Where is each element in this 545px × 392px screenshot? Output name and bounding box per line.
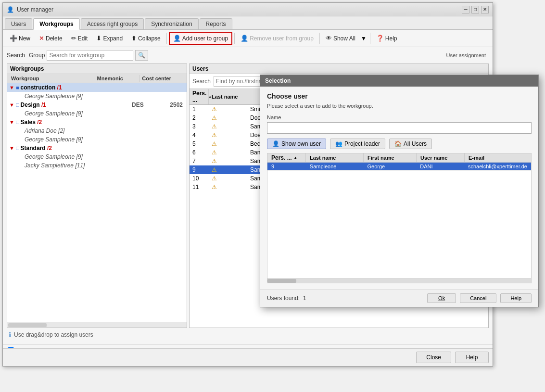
warning-icon: ⚠	[212, 158, 217, 164]
edit-button[interactable]: ✏ Edit	[67, 32, 92, 45]
search-input[interactable]	[47, 50, 133, 61]
minimize-button[interactable]: ─	[462, 6, 469, 13]
show-all-dropdown: 👁 Show All ▼	[322, 32, 368, 45]
project-leader-button[interactable]: 👥 Project leader	[330, 139, 385, 149]
workgroup-construction[interactable]: ▼ ■ construction /1	[7, 83, 187, 92]
show-all-icon: 👁	[326, 35, 332, 42]
remove-user-icon: 👤	[241, 35, 248, 42]
warning-icon: ⚠	[212, 114, 217, 121]
workgroup-child[interactable]: George Sampleone [9]	[7, 152, 187, 161]
project-leader-label: Project leader	[344, 140, 380, 147]
sort-up-icon: ▲	[293, 155, 298, 160]
workgroup-sales[interactable]: ▼ □ Sales /2	[7, 118, 187, 126]
remove-user-label: Remove user from group	[250, 35, 314, 42]
tab-synchronization[interactable]: Synchronization	[145, 18, 198, 29]
collapse-icon: ⬆	[131, 35, 137, 42]
cost-val: 2502	[161, 101, 185, 108]
search-row: Search Group 🔍 User assignment	[7, 50, 489, 61]
maximize-button[interactable]: □	[471, 6, 479, 13]
workgroups-scrollbar[interactable]	[7, 322, 187, 328]
workgroups-tree[interactable]: ▼ ■ construction /1 George Sampleone [9]…	[7, 83, 187, 322]
user-pers: ⚠	[209, 183, 247, 191]
show-all-dropdown-arrow[interactable]: ▼	[359, 32, 368, 45]
all-users-button[interactable]: 🏠 All Users	[389, 139, 432, 149]
collapse-icon: ▼	[9, 85, 14, 90]
tab-access-right-groups[interactable]: Access right groups	[81, 18, 144, 29]
cancel-button[interactable]: Cancel	[460, 293, 496, 303]
modal-actions: Ok Cancel Help	[427, 293, 532, 303]
new-button[interactable]: ➕ New	[6, 32, 34, 45]
tab-users[interactable]: Users	[5, 18, 32, 29]
show-all-button[interactable]: 👁 Show All	[322, 32, 359, 45]
modal-uname-cell: DANI	[416, 163, 464, 170]
workgroup-child[interactable]: George Sampleone [9]	[7, 109, 187, 118]
expand-button[interactable]: ⬇ Expand	[92, 32, 127, 45]
workgroup-design[interactable]: ▼ □ Design /1 DES 2502	[7, 101, 187, 109]
user-pers: ⚠	[209, 175, 247, 182]
footer: Close Help	[3, 348, 493, 366]
scrollbar-track	[267, 279, 531, 283]
user-num: 10	[190, 175, 209, 182]
modal-scrollbar[interactable]	[267, 278, 531, 283]
cost-col-header: Cost center	[140, 75, 185, 82]
workgroup-child[interactable]: Jacky Samplethree [11]	[7, 161, 187, 170]
tab-workgroups[interactable]: Workgroups	[33, 18, 79, 30]
child-name: George Sampleone [9]	[25, 153, 83, 160]
help-button[interactable]: ❓ Help	[372, 32, 401, 45]
expand-label: Expand	[103, 35, 123, 42]
modal-uname-col: User name	[417, 153, 465, 162]
close-button[interactable]: ✕	[481, 6, 489, 13]
user-pers: ⚠	[209, 114, 247, 122]
folder-icon: ■	[16, 85, 19, 90]
help-icon: ❓	[376, 35, 384, 42]
user-pers: ⚠	[209, 131, 247, 139]
modal-table-row[interactable]: 9 Sampleone George DANI schaelchli@xpert…	[267, 163, 531, 171]
new-label: New	[19, 35, 30, 42]
workgroups-header: Workgroups	[7, 64, 187, 74]
search-label: Search	[7, 52, 25, 59]
close-button[interactable]: Close	[416, 352, 451, 363]
remove-user-button[interactable]: 👤 Remove user from group	[237, 32, 317, 45]
workgroup-name: Design /1	[21, 101, 132, 108]
modal-table: Pers. ... ▲ Last name First name User na…	[267, 153, 532, 283]
child-name: Adriana Doe [2]	[25, 127, 64, 134]
warning-icon: ⚠	[212, 132, 217, 139]
collapse-label: Collapse	[138, 35, 161, 42]
modal-first-cell: George	[363, 163, 416, 170]
workgroup-child[interactable]: Adriana Doe [2]	[7, 126, 187, 135]
drag-drop-text: Use drag&drop to assign users	[14, 331, 93, 338]
project-leader-icon: 👥	[335, 140, 342, 147]
workgroup-standard[interactable]: ▼ □ Standard /2	[7, 144, 187, 152]
all-users-label: All Users	[404, 140, 427, 147]
show-own-user-button[interactable]: 👤 Show own user	[267, 139, 326, 149]
modal-help-button[interactable]: Help	[500, 293, 532, 303]
ok-button[interactable]: Ok	[427, 293, 456, 303]
user-pers: ⚠	[209, 105, 247, 113]
warning-icon: ⚠	[212, 149, 217, 156]
add-user-icon: 👤	[173, 35, 181, 42]
modal-email-col: E-mail	[465, 153, 531, 162]
workgroup-child[interactable]: George Sampleone [9]	[7, 135, 187, 144]
help-button[interactable]: Help	[455, 352, 489, 363]
tab-reports[interactable]: Reports	[200, 18, 232, 29]
window-title: User manager	[17, 6, 53, 13]
child-name: George Sampleone [9]	[25, 136, 83, 143]
workgroup-child[interactable]: George Sampleone [9]	[7, 92, 187, 101]
tab-bar: Users Workgroups Access right groups Syn…	[3, 16, 493, 30]
add-user-to-group-button[interactable]: 👤 Add user to group	[169, 32, 232, 45]
delete-button[interactable]: ✕ Delete	[35, 32, 66, 45]
scrollbar-thumb	[267, 279, 296, 283]
folder-icon: □	[16, 119, 19, 125]
toolbar: ➕ New ✕ Delete ✏ Edit ⬇ Expand ⬆ Collaps…	[3, 30, 493, 47]
modal-status: Users found: 1	[267, 295, 306, 302]
search-button[interactable]: 🔍	[135, 50, 148, 61]
modal-name-input[interactable]	[267, 122, 532, 134]
user-num: 11	[190, 183, 209, 191]
collapse-button[interactable]: ⬆ Collapse	[127, 32, 165, 45]
workgroup-name: construction /1	[21, 84, 132, 91]
modal-table-body[interactable]: 9 Sampleone George DANI schaelchli@xpert…	[267, 163, 531, 278]
collapse-icon: ▼	[9, 145, 14, 151]
users-pers-col: Pers. ... ▲	[190, 89, 209, 104]
user-num: 9	[190, 166, 209, 174]
drag-drop-info: ℹ Use drag&drop to assign users	[9, 331, 487, 339]
